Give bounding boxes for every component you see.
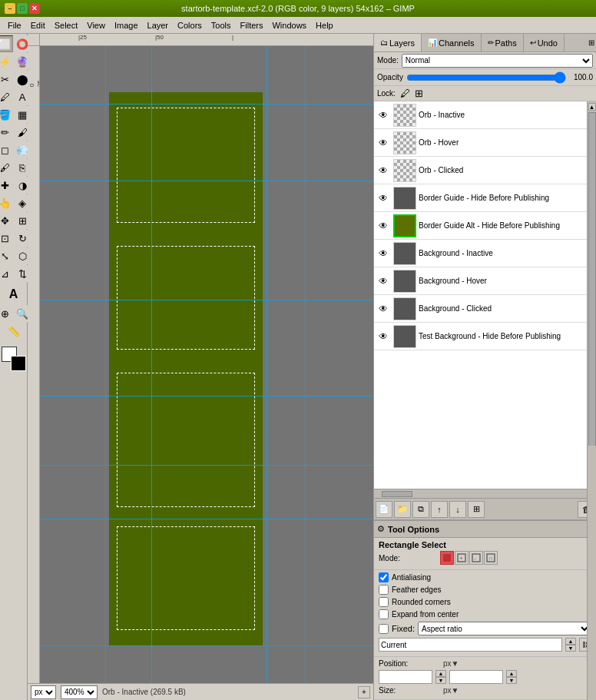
layer-eye-1[interactable]: 👁: [376, 108, 391, 123]
layer-eye-7[interactable]: 👁: [376, 274, 391, 289]
color-swatches[interactable]: [2, 347, 26, 371]
fixed-checkbox[interactable]: [379, 624, 389, 634]
move-layer-down-btn[interactable]: ↓: [449, 501, 466, 518]
canvas-area[interactable]: |25 |50 | 0 25 50 75 100 125 150: [28, 34, 373, 700]
layer-item[interactable]: 👁 Border Guide - Hide Before Publishing: [374, 184, 587, 212]
mode-replace-btn[interactable]: [440, 551, 454, 565]
duplicate-layer-btn[interactable]: ⧉: [412, 501, 429, 518]
close-button[interactable]: ✕: [29, 3, 40, 14]
menu-colors[interactable]: Colors: [173, 19, 207, 32]
menu-layer[interactable]: Layer: [143, 19, 174, 32]
mode-add-btn[interactable]: +: [455, 551, 469, 565]
layers-hscroll[interactable]: [374, 489, 596, 498]
menu-view[interactable]: View: [82, 19, 110, 32]
lock-alpha-btn[interactable]: ⊞: [412, 87, 426, 101]
current-spin-down[interactable]: ▼: [565, 645, 576, 652]
layer-eye-2[interactable]: 👁: [376, 135, 391, 151]
tab-channels[interactable]: 📊 Channels: [422, 34, 481, 51]
layer-eye-3[interactable]: 👁: [376, 163, 391, 178]
layer-item[interactable]: 👁 Orb - Clicked: [374, 157, 587, 184]
minimize-button[interactable]: –: [5, 3, 15, 14]
tool-text2[interactable]: A: [5, 286, 22, 303]
tool-colorpicker[interactable]: ⊕: [0, 305, 13, 322]
pos-x-input[interactable]: 97: [379, 670, 432, 684]
zoom-select[interactable]: 400%: [61, 685, 98, 699]
layers-hscroll-thumb[interactable]: [382, 491, 412, 497]
expand-from-center-checkbox[interactable]: [379, 609, 389, 619]
layer-item[interactable]: 👁 Test Background - Hide Before Publishi…: [374, 323, 587, 350]
current-input[interactable]: [379, 638, 562, 652]
posx-spin-up[interactable]: ▲: [435, 670, 446, 677]
layer-item[interactable]: 👁 Border Guide Alt - Hide Before Publish…: [374, 212, 587, 240]
background-color[interactable]: [11, 356, 26, 371]
tool-crop[interactable]: ⊡: [0, 230, 13, 247]
layer-eye-9[interactable]: 👁: [376, 329, 391, 344]
layer-item[interactable]: 👁 Background - Inactive: [374, 240, 587, 267]
tab-undo[interactable]: ↩ Undo: [524, 34, 565, 51]
tool-pencil[interactable]: ✏: [0, 124, 13, 141]
tab-paths[interactable]: ✏ Paths: [482, 34, 524, 51]
layer-item[interactable]: 👁 Orb - Hover: [374, 129, 587, 157]
layer-item[interactable]: 👁 Orb - Inactive: [374, 101, 587, 129]
layer-eye-8[interactable]: 👁: [376, 301, 391, 317]
tab-layers[interactable]: 🗂 Layers: [374, 34, 422, 51]
mode-select[interactable]: Normal: [402, 54, 593, 68]
tool-smudge[interactable]: 👆: [0, 194, 13, 211]
current-spin-up[interactable]: ▲: [565, 638, 576, 645]
mode-intersect-btn[interactable]: ∩: [484, 551, 498, 565]
menu-edit[interactable]: Edit: [26, 19, 50, 32]
layer-name-9: Test Background - Hide Before Publishing: [419, 332, 585, 340]
menu-filters[interactable]: Filters: [236, 19, 268, 32]
move-layer-up-btn[interactable]: ↑: [431, 501, 448, 518]
guide-v-3: [267, 46, 267, 688]
new-layer-group-btn[interactable]: 📁: [394, 501, 411, 518]
tool-paths[interactable]: 🖊: [0, 88, 13, 105]
tool-scissors[interactable]: ✂: [0, 71, 13, 88]
tool-rect-select[interactable]: ⬜: [0, 35, 13, 52]
maximize-button[interactable]: □: [17, 3, 28, 14]
menu-tools[interactable]: Tools: [207, 19, 236, 32]
tool-bucket-fill[interactable]: 🪣: [0, 106, 13, 123]
unit-select[interactable]: px: [31, 685, 56, 699]
tool-move[interactable]: ✥: [0, 212, 13, 229]
canvas-viewport[interactable]: [40, 46, 373, 688]
menu-help[interactable]: Help: [311, 19, 338, 32]
layer-item[interactable]: 👁 Background - Clicked: [374, 295, 587, 323]
new-layer-btn[interactable]: 📄: [376, 501, 392, 518]
layer-eye-5[interactable]: 👁: [376, 218, 391, 234]
tool-heal[interactable]: ✚: [0, 177, 13, 194]
menu-select[interactable]: Select: [50, 19, 83, 32]
tool-eraser[interactable]: ◻: [0, 141, 13, 158]
layer-eye-4[interactable]: 👁: [376, 191, 391, 206]
mode-subtract-btn[interactable]: -: [469, 551, 483, 565]
tool-perspective[interactable]: ⊿: [0, 265, 13, 282]
menu-file[interactable]: File: [3, 19, 26, 32]
tool-ink[interactable]: 🖋: [0, 159, 13, 176]
statusbar-expand[interactable]: +: [358, 686, 370, 698]
tool-options-scrollbar[interactable]: [587, 446, 596, 700]
rounded-corners-checkbox[interactable]: [379, 597, 389, 607]
layer-eye-6[interactable]: 👁: [376, 246, 391, 261]
lock-pixels-btn[interactable]: 🖊: [399, 87, 412, 101]
tool-measure[interactable]: 📏: [5, 323, 22, 340]
pos-y-input[interactable]: 72: [449, 670, 503, 684]
tool-scale[interactable]: ⤡: [0, 247, 13, 264]
feather-edges-checkbox[interactable]: [379, 585, 389, 595]
merge-layers-btn[interactable]: ⊞: [468, 501, 485, 518]
scroll-thumb[interactable]: [588, 112, 596, 478]
posx-spin-down[interactable]: ▼: [435, 677, 446, 684]
menu-image[interactable]: Image: [110, 19, 143, 32]
posy-spin-up[interactable]: ▲: [506, 670, 517, 677]
fixed-select[interactable]: Aspect ratio Width Height Size: [418, 622, 591, 635]
image-canvas[interactable]: [109, 92, 263, 645]
menu-windows[interactable]: Windows: [267, 19, 311, 32]
layers-scrollbar[interactable]: ▲ ▼: [587, 101, 596, 489]
opacity-slider[interactable]: [406, 73, 566, 82]
tool-free-select[interactable]: ⚡: [0, 53, 13, 70]
scroll-up-btn[interactable]: ▲: [588, 103, 596, 111]
antialiasing-checkbox[interactable]: [379, 572, 389, 582]
layer-item[interactable]: 👁 Background - Hover: [374, 267, 587, 295]
panel-maximize-btn[interactable]: ⊞: [588, 38, 594, 47]
posy-spin-down[interactable]: ▼: [506, 677, 517, 684]
layer-thumb-5: [393, 214, 416, 237]
